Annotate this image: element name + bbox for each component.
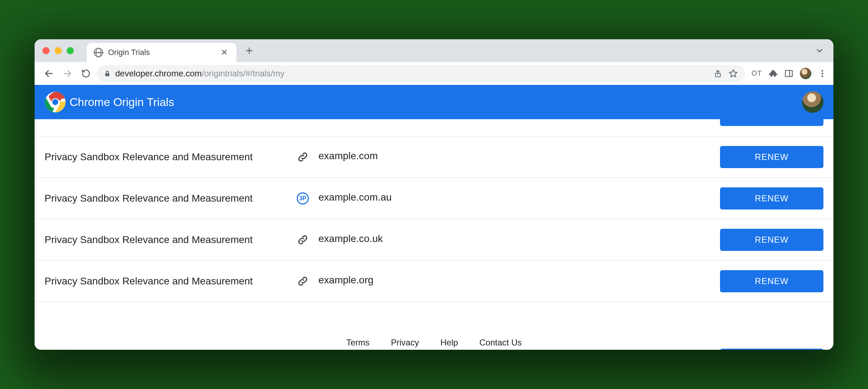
svg-point-9 <box>52 99 58 105</box>
app-header: Chrome Origin Trials <box>35 85 833 119</box>
link-icon <box>294 234 311 246</box>
renew-button[interactable]: RENEW <box>720 187 823 209</box>
user-avatar[interactable] <box>802 91 823 113</box>
new-tab-button[interactable] <box>241 43 257 59</box>
link-icon <box>294 151 311 163</box>
trial-origin: example.com.au <box>318 192 392 203</box>
trial-name: Privacy Sandbox Relevance and Measuremen… <box>45 234 294 246</box>
footer-help-link[interactable]: Help <box>440 338 458 348</box>
tab-title: Origin Trials <box>108 48 214 57</box>
chrome-logo-icon <box>45 91 66 113</box>
close-tab-icon[interactable]: ✕ <box>219 47 229 57</box>
trial-row[interactable]: Privacy Sandbox Relevance and Measuremen… <box>35 261 833 302</box>
window-controls <box>42 47 74 54</box>
back-button[interactable] <box>41 66 57 81</box>
lock-icon <box>104 69 111 78</box>
svg-point-5 <box>822 72 823 74</box>
footer-contact-link[interactable]: Contact Us <box>479 338 522 348</box>
third-party-icon: 3P <box>294 192 311 204</box>
url-host: developer.chrome.com <box>115 69 202 78</box>
zoom-window-button[interactable] <box>67 47 74 54</box>
browser-window: Origin Trials ✕ developer.chrome.com/ori… <box>35 39 833 350</box>
footer-terms-link[interactable]: Terms <box>346 338 369 348</box>
profile-badge[interactable]: OT <box>751 69 762 77</box>
trial-row[interactable]: Privacy Sandbox Relevance and Measuremen… <box>35 136 833 178</box>
trial-origin: example.co.uk <box>318 233 383 244</box>
renew-button[interactable]: RENEW <box>720 146 823 168</box>
profile-avatar[interactable] <box>800 68 811 79</box>
trial-origin: example.com <box>318 150 378 162</box>
menu-icon[interactable] <box>818 69 827 78</box>
renew-button[interactable]: RENEW <box>720 270 823 292</box>
trial-row[interactable]: Privacy Sandbox Relevance and Measuremen… <box>35 219 833 261</box>
trial-name: Privacy Sandbox Relevance and Measuremen… <box>45 276 294 287</box>
tab-overflow-button[interactable] <box>815 46 824 55</box>
feedback-button[interactable]: FEEDBACK <box>720 119 823 126</box>
trials-list: getCurrentBrowsingContextMedia FEEDBACK … <box>35 119 833 350</box>
trial-row-partial: Privacy Sandbox Relevance and Measuremen… <box>35 338 833 350</box>
toolbar-actions: OT <box>751 68 827 79</box>
svg-point-6 <box>822 75 823 77</box>
trial-name: Privacy Sandbox Relevance and Measuremen… <box>45 193 294 204</box>
trial-row[interactable]: getCurrentBrowsingContextMedia FEEDBACK <box>35 119 833 136</box>
url-text: developer.chrome.com/origintrials/#/tria… <box>115 69 285 79</box>
link-icon <box>294 275 311 287</box>
minimize-window-button[interactable] <box>55 47 62 54</box>
share-icon[interactable] <box>714 69 722 78</box>
close-window-button[interactable] <box>42 47 50 54</box>
svg-rect-0 <box>105 73 109 76</box>
forward-button[interactable] <box>60 66 75 81</box>
bookmark-icon[interactable] <box>729 69 738 78</box>
app-title: Chrome Origin Trials <box>70 96 174 109</box>
url-path: /origintrials/#/trials/my <box>202 69 285 78</box>
svg-point-4 <box>822 70 823 72</box>
extensions-icon[interactable] <box>769 69 778 78</box>
address-bar: developer.chrome.com/origintrials/#/tria… <box>35 62 833 85</box>
side-panel-icon[interactable] <box>784 69 793 78</box>
svg-rect-2 <box>785 70 792 76</box>
browser-tab[interactable]: Origin Trials ✕ <box>87 43 236 62</box>
footer-privacy-link[interactable]: Privacy <box>391 338 419 348</box>
reload-button[interactable] <box>78 66 94 81</box>
trial-row[interactable]: Privacy Sandbox Relevance and Measuremen… <box>35 178 833 219</box>
renew-button[interactable]: RENEW <box>720 349 823 350</box>
tab-bar: Origin Trials ✕ <box>35 39 833 62</box>
trial-origin: example.org <box>318 274 373 286</box>
trial-name: Privacy Sandbox Relevance and Measuremen… <box>45 151 294 163</box>
omnibox[interactable]: developer.chrome.com/origintrials/#/tria… <box>97 65 745 82</box>
renew-button[interactable]: RENEW <box>720 229 823 251</box>
globe-icon <box>94 48 103 57</box>
